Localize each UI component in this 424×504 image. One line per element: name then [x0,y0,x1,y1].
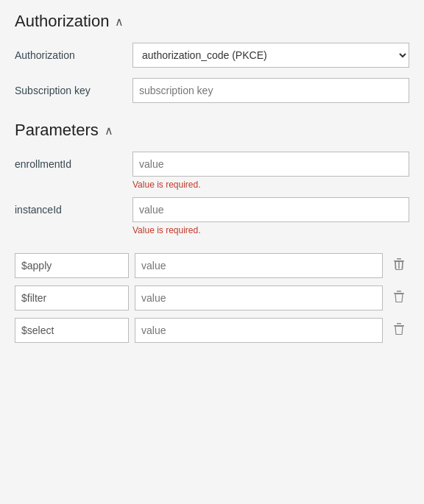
svg-rect-1 [397,258,401,260]
apply-key-input[interactable] [15,253,129,278]
filter-row [15,285,409,310]
svg-rect-3 [398,262,400,269]
svg-rect-6 [397,291,401,292]
authorization-header: Authorization ∧ [15,12,409,31]
trash-icon [393,290,405,303]
instance-id-row: instanceId Value is required. [15,197,409,235]
enrollment-id-inner: enrollmentId [15,152,409,177]
filter-delete-button[interactable] [389,287,409,309]
instance-id-label: instanceId [15,204,132,216]
page-container: Authorization ∧ Authorization authorizat… [0,0,424,362]
parameters-chevron[interactable]: ∧ [105,124,113,138]
spacer [15,240,409,253]
instance-id-error: Value is required. [132,225,201,235]
authorization-select[interactable]: authorization_code (PKCE)NoneAPI KeyBasi… [132,43,409,68]
enrollment-id-label: enrollmentId [15,158,132,170]
authorization-title: Authorization [15,12,109,31]
enrollment-id-row: enrollmentId Value is required. [15,152,409,190]
trash-icon [393,322,405,336]
trash-icon [393,258,405,271]
authorization-label: Authorization [15,49,132,61]
instance-id-inner: instanceId [15,197,409,222]
enrollment-id-input[interactable] [132,152,409,177]
apply-value-input[interactable] [135,253,383,278]
parameters-header: Parameters ∧ [15,121,409,140]
filter-key-input[interactable] [15,285,129,310]
svg-rect-8 [397,323,401,324]
apply-delete-button[interactable] [389,255,409,277]
instance-id-input[interactable] [132,197,409,222]
authorization-row: Authorization authorization_code (PKCE)N… [15,43,409,68]
select-value-input[interactable] [135,318,383,343]
select-delete-button[interactable] [389,319,409,341]
select-key-input[interactable] [15,318,129,343]
subscription-key-input[interactable] [132,78,409,103]
authorization-section: Authorization ∧ Authorization authorizat… [15,12,409,103]
parameters-title: Parameters [15,121,99,140]
apply-row [15,253,409,278]
parameters-section: Parameters ∧ enrollmentId Value is requi… [15,121,409,343]
enrollment-id-error: Value is required. [132,180,201,190]
subscription-key-label: Subscription key [15,85,132,96]
select-row [15,318,409,343]
filter-value-input[interactable] [135,285,383,310]
authorization-chevron[interactable]: ∧ [115,15,124,29]
subscription-key-row: Subscription key [15,78,409,103]
